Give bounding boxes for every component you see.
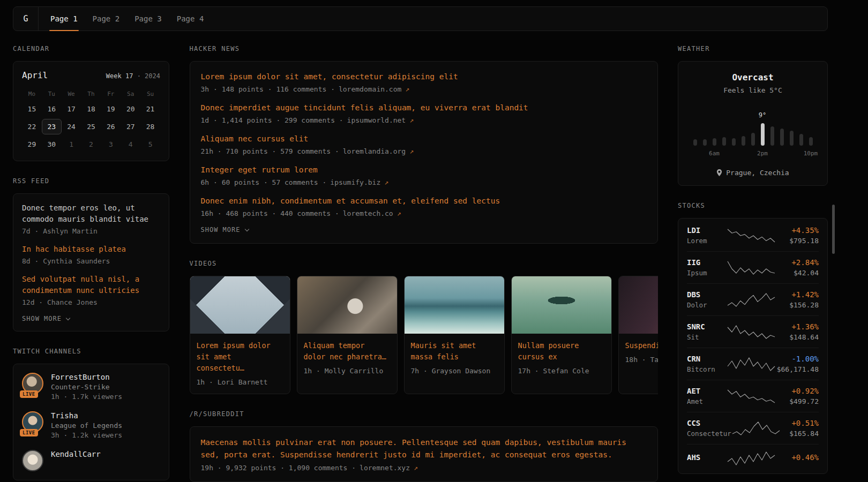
calendar-day[interactable]: 22 [22, 119, 42, 134]
calendar-day[interactable]: 21 [140, 101, 160, 117]
calendar-day-headers: MoTuWeThFrSaSu [22, 87, 160, 101]
external-link-icon: ↗ [409, 116, 414, 124]
calendar-day[interactable]: 18 [81, 101, 101, 117]
hackernews-item-domain[interactable]: loremlandia.org [343, 147, 406, 155]
page-scrollbar[interactable] [832, 205, 835, 254]
hackernews-item-title[interactable]: Lorem ipsum dolor sit amet, consectetur … [201, 71, 647, 82]
calendar-day[interactable]: 28 [140, 119, 160, 134]
hackernews-item-stats: 6h · 60 points · 57 comments · [201, 178, 327, 186]
rss-item-title[interactable]: In hac habitasse platea [22, 244, 160, 255]
rss-item-title[interactable]: Sed volutpat nulla nisl, a condimentum n… [22, 274, 160, 296]
calendar-day[interactable]: 24 [62, 119, 81, 134]
subreddit-post-stats: 19h · 9,932 points · 1,090 comments · [201, 464, 356, 472]
hackernews-item-title[interactable]: Integer eget rutrum lorem [201, 164, 647, 176]
subreddit-post-domain[interactable]: loremnet.xyz [360, 464, 410, 472]
video-title[interactable]: Suspendisse diam [625, 340, 658, 351]
calendar-day[interactable]: 29 [22, 137, 42, 152]
twitch-channel-name[interactable]: ForrestBurton [51, 373, 122, 381]
calendar-day[interactable]: 1 [62, 137, 81, 152]
weather-widget-title: WEATHER [678, 45, 828, 52]
stock-price: $795.18 [776, 237, 819, 245]
video-card[interactable]: Lorem ipsum dolor sit amet consectetu… 1… [190, 276, 290, 394]
video-row: Lorem ipsum dolor sit amet consectetu… 1… [190, 276, 658, 394]
weather-time-label [703, 150, 707, 157]
stock-row[interactable]: DBS Dolor +1.42% $156.28 [687, 283, 819, 315]
page-tab[interactable]: Page 3 [127, 7, 169, 31]
calendar-panel: April Week 17 · 2024 MoTuWeThFrSaSu 1516… [13, 61, 169, 161]
stock-spark [727, 357, 776, 372]
calendar-day[interactable]: 27 [121, 119, 140, 134]
weather-bar [732, 107, 736, 146]
twitch-channel-row[interactable]: LIVE KendallCarr [22, 450, 160, 471]
calendar-day[interactable]: 19 [101, 101, 121, 117]
calendar-day[interactable]: 5 [140, 137, 160, 152]
subreddit-post-title[interactable]: Maecenas mollis pulvinar erat non posuer… [201, 436, 647, 461]
calendar-day[interactable]: 20 [121, 101, 140, 117]
calendar-day[interactable]: 17 [62, 101, 81, 117]
twitch-avatar-wrap: LIVE [22, 373, 43, 394]
stock-row[interactable]: IIG Ipsum +2.84% $42.04 [687, 251, 819, 283]
weather-bar [703, 107, 707, 146]
stock-values: +2.84% $42.04 [776, 258, 819, 277]
video-card[interactable]: Mauris sit amet massa felis 7h · Grayson… [404, 276, 505, 394]
hackernews-show-more-button[interactable]: SHOW MORE [201, 226, 647, 234]
calendar-day[interactable]: 26 [101, 119, 121, 134]
hackernews-item-domain[interactable]: ipsumify.biz [330, 178, 380, 186]
calendar-widget: CALENDAR April Week 17 · 2024 MoTuWeThFr… [13, 45, 169, 161]
stock-row[interactable]: LDI Lorem +4.35% $795.18 [687, 220, 819, 251]
twitch-channel-row[interactable]: LIVE ForrestBurton Counter-Strike 1h · 1… [22, 373, 160, 401]
video-meta: 1h · Lori Barnett [197, 378, 283, 386]
hackernews-item-domain[interactable]: loremtech.co [343, 209, 393, 217]
calendar-day[interactable]: 4 [121, 137, 140, 152]
video-card[interactable]: Aliquam tempor dolor nec pharetra… 1h · … [297, 276, 398, 394]
stock-name: Ipsum [687, 269, 727, 277]
page-tab[interactable]: Page 4 [169, 7, 212, 31]
calendar-day[interactable]: 15 [22, 101, 42, 117]
twitch-channel-name[interactable]: Trisha [51, 411, 122, 420]
stock-row[interactable]: CCS Consectetur +0.51% $165.84 [687, 412, 819, 444]
app-logo[interactable]: G [13, 7, 39, 31]
hackernews-item-domain[interactable]: ipsumworld.net [347, 116, 406, 124]
calendar-month: April [22, 70, 48, 80]
calendar-day[interactable]: 30 [42, 137, 62, 152]
hackernews-item-title[interactable]: Aliquam nec cursus elit [201, 133, 647, 145]
twitch-channel-name[interactable]: KendallCarr [51, 450, 101, 458]
stock-spark [727, 260, 776, 275]
video-title[interactable]: Mauris sit amet massa felis [411, 340, 498, 363]
stock-row[interactable]: CRN Bitcorn -1.00% $66,171.48 [687, 348, 819, 380]
rss-item-title[interactable]: Donec tempor eros leo, ut commodo mauris… [22, 202, 160, 225]
twitch-channel-game: Counter-Strike [51, 383, 122, 391]
stock-sparkline [727, 451, 776, 466]
rss-show-more-button[interactable]: SHOW MORE [22, 315, 160, 322]
stock-spark [727, 451, 776, 466]
page-tab[interactable]: Page 2 [85, 7, 128, 31]
video-card[interactable]: Suspendisse diam 18h · Tara [618, 276, 658, 394]
stock-spark [727, 325, 776, 340]
video-title[interactable]: Lorem ipsum dolor sit amet consectetu… [197, 340, 283, 374]
stock-values: +0.51% $165.84 [781, 419, 819, 438]
video-card[interactable]: Nullam posuere cursus ex 17h · Stefan Co… [511, 276, 612, 394]
calendar-day[interactable]: 3 [101, 137, 121, 152]
stock-change: +2.84% [776, 258, 819, 267]
stock-row[interactable]: SNRC Sit +1.36% $148.64 [687, 315, 819, 348]
stock-change: +1.42% [776, 290, 819, 299]
hackernews-item-title[interactable]: Donec imperdiet augue tincidunt felis al… [201, 102, 647, 114]
stock-name: Bitcorn [687, 365, 727, 373]
stock-price: $165.84 [781, 430, 819, 438]
stock-row[interactable]: AHS +0.46% [687, 444, 819, 472]
calendar-day[interactable]: 25 [81, 119, 101, 134]
calendar-day[interactable]: 2 [81, 137, 101, 152]
video-title[interactable]: Aliquam tempor dolor nec pharetra… [304, 340, 391, 363]
calendar-day[interactable]: 16 [42, 101, 62, 117]
stock-row[interactable]: AET Amet +0.92% $499.72 [687, 380, 819, 412]
hackernews-item-title[interactable]: Donec enim nibh, condimentum et accumsan… [201, 195, 647, 207]
video-title[interactable]: Nullam posuere cursus ex [518, 340, 605, 363]
page-tabs: Page 1 Page 2 Page 3 Page 4 [43, 7, 211, 31]
left-column: CALENDAR April Week 17 · 2024 MoTuWeThFr… [13, 45, 169, 480]
hackernews-item-domain[interactable]: loremdomain.com [339, 85, 401, 93]
calendar-day[interactable]: 23 [42, 119, 62, 134]
avatar [22, 450, 43, 471]
hackernews-widget: HACKER NEWS Lorem ipsum dolor sit amet, … [190, 45, 658, 244]
twitch-channel-row[interactable]: LIVE Trisha League of Legends 3h · 1.2k … [22, 411, 160, 439]
page-tab[interactable]: Page 1 [43, 7, 85, 31]
